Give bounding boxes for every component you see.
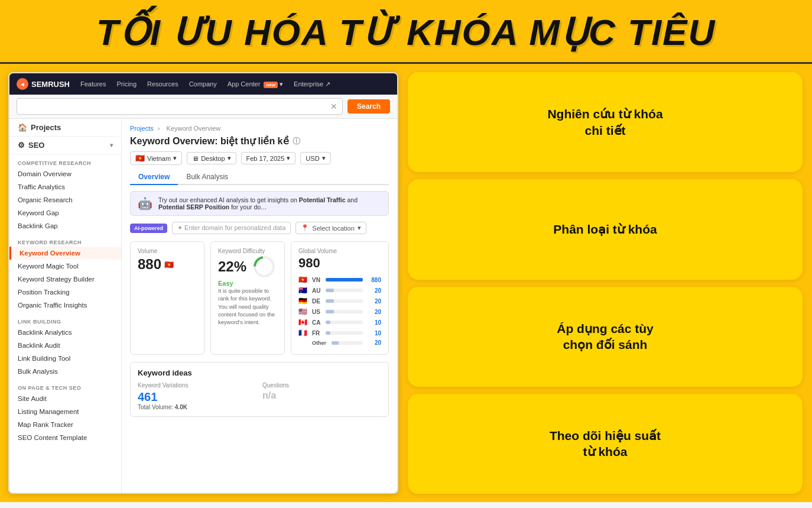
location-select-label: Select location — [312, 225, 355, 232]
country-row-vn: 🇻🇳 VN 880 — [298, 276, 381, 284]
nav-company[interactable]: Company — [189, 80, 217, 88]
right-panel: Nghiên cứu từ khóachi tiết Phân loại từ … — [408, 72, 803, 494]
sidebar-section-onpage: ON PAGE & TECH SEO Site Audit Listing Ma… — [9, 379, 121, 445]
sidebar-item-keyword-strategy[interactable]: Keyword Strategy Builder — [9, 273, 121, 286]
nav-features[interactable]: Features — [80, 80, 106, 88]
location-icon: 📍 — [301, 224, 309, 232]
volume-value: 880 🇻🇳 — [138, 256, 197, 273]
sidebar-seo[interactable]: ⚙ SEO ▾ — [9, 137, 121, 154]
main-panel: Projects › Keyword Overview Keyword Over… — [122, 119, 397, 494]
desktop-icon: 🖥 — [192, 155, 199, 162]
bar-vn — [326, 278, 363, 281]
nav-appcenter[interactable]: App Center new ▾ — [228, 80, 283, 88]
kw-variations-label: Keyword Variations — [138, 382, 256, 389]
bar-other — [332, 341, 363, 345]
sidebar-item-keyword-overview[interactable]: Keyword Overview — [9, 247, 121, 260]
kw-questions-label: Questions — [262, 382, 381, 389]
filter-device[interactable]: 🖥 Desktop ▾ — [187, 152, 236, 164]
semrush-logo-icon: ◄ — [17, 78, 28, 90]
callout-text-3: Áp dụng các tùychọn đối sánh — [557, 321, 654, 353]
country-row-au: 🇦🇺 AU 20 — [298, 286, 381, 295]
bar-us — [326, 310, 363, 313]
sidebar-item-listing-mgmt[interactable]: Listing Management — [9, 405, 121, 418]
tab-overview[interactable]: Overview — [130, 170, 178, 185]
breadcrumb-projects[interactable]: Projects — [130, 125, 154, 132]
sidebar: 🏠 Projects ⚙ SEO ▾ COMPETITIVE RESEARCH … — [9, 119, 122, 494]
chevron-icon: ▾ — [110, 142, 113, 148]
filter-currency-label: USD — [306, 155, 319, 162]
sidebar-section-link: LINK BUILDING Backlink Analytics Backlin… — [9, 313, 121, 379]
sidebar-item-traffic-analytics[interactable]: Traffic Analytics — [9, 180, 121, 193]
ai-powered-badge: AI-powered — [130, 224, 167, 233]
domain-input[interactable]: ✦ Enter domain for personalized data — [172, 222, 291, 234]
sidebar-item-backlink-gap[interactable]: Backlink Gap — [9, 219, 121, 232]
sidebar-item-keyword-magic[interactable]: Keyword Magic Tool — [9, 260, 121, 273]
country-row-ca: 🇨🇦 CA 10 — [298, 318, 381, 326]
sidebar-item-site-audit[interactable]: Site Audit — [9, 392, 121, 405]
sidebar-item-link-building[interactable]: Link Building Tool — [9, 352, 121, 365]
sidebar-projects[interactable]: 🏠 Projects — [9, 119, 121, 137]
filter-date[interactable]: Feb 17, 2025 ▾ — [241, 152, 296, 164]
country-row-fr: 🇫🇷 FR 10 — [298, 329, 381, 337]
breadcrumb-separator: › — [158, 125, 162, 132]
sidebar-item-domain-overview[interactable]: Domain Overview — [9, 167, 121, 180]
kd-card: Keyword Difficulty 22% Easy It is quite … — [210, 241, 285, 355]
tab-bulk-analysis[interactable]: Bulk Analysis — [178, 170, 236, 185]
sidebar-item-seo-content[interactable]: SEO Content Template — [9, 431, 121, 444]
filter-currency[interactable]: USD ▾ — [300, 152, 330, 164]
sidebar-projects-label: Projects — [31, 123, 61, 132]
sidebar-item-map-rank[interactable]: Map Rank Tracker — [9, 418, 121, 431]
filter-country-label: Vietnam — [147, 155, 171, 162]
sidebar-item-bulk-analysis[interactable]: Bulk Analysis — [9, 365, 121, 378]
kw-questions-count: n/a — [262, 390, 381, 401]
callout-card-2: Phân loại từ khóa — [408, 179, 803, 279]
sidebar-item-backlink-audit[interactable]: Backlink Audit — [9, 339, 121, 352]
filter-date-label: Feb 17, 2025 — [246, 155, 285, 162]
sidebar-item-organic-insights[interactable]: Organic Traffic Insights — [9, 299, 121, 312]
browser-mockup: ◄ SEMRUSH Features Pricing Resources Com… — [8, 72, 398, 494]
ai-banner: 🤖 Try out our enhanced AI analysis to ge… — [130, 191, 389, 216]
location-select[interactable]: 📍 Select location ▾ — [295, 222, 366, 234]
search-button[interactable]: Search — [347, 99, 390, 114]
callout-card-1: Nghiên cứu từ khóachi tiết — [408, 72, 803, 172]
home-icon: 🏠 — [18, 123, 27, 132]
filter-country[interactable]: 🇻🇳 Vietnam ▾ — [130, 151, 182, 165]
global-volume-label: Global Volume — [298, 248, 381, 254]
volume-flag: 🇻🇳 — [164, 260, 174, 269]
kd-percent: 22% — [218, 258, 246, 275]
sidebar-item-position-tracking[interactable]: Position Tracking — [9, 286, 121, 299]
domain-input-placeholder: ✦ Enter domain for personalized data — [177, 224, 285, 232]
country-row-de: 🇩🇪 DE 20 — [298, 297, 381, 305]
kw-variations-item: Keyword Variations 461 Total Volume: 4.0… — [138, 382, 256, 410]
nav-enterprise[interactable]: Enterprise ↗ — [294, 80, 330, 88]
ai-tools-row: AI-powered ✦ Enter domain for personaliz… — [130, 222, 389, 234]
search-clear-icon[interactable]: ✕ — [330, 102, 337, 111]
keyword-ideas-section: Keyword ideas Keyword Variations 461 Tot… — [130, 362, 389, 417]
kw-variations-total: Total Volume: 4.0K — [138, 404, 256, 410]
bar-au — [326, 289, 363, 292]
volume-card: Volume 880 🇻🇳 — [130, 241, 204, 355]
nav-resources[interactable]: Resources — [147, 80, 178, 88]
sidebar-item-backlink-analytics[interactable]: Backlink Analytics — [9, 326, 121, 339]
vietnam-flag: 🇻🇳 — [135, 154, 145, 163]
sidebar-item-organic-research[interactable]: Organic Research — [9, 193, 121, 206]
global-volume-card: Global Volume 980 🇻🇳 VN 880 🇦🇺 — [291, 241, 389, 355]
info-icon: ⓘ — [293, 136, 300, 147]
banner-title: TỐI ƯU HÓA TỪ KHÓA MỤC TIÊU — [0, 11, 812, 54]
kd-value-row: 22% — [218, 256, 277, 277]
kd-easy-label: Easy — [218, 280, 277, 287]
main-content: ◄ SEMRUSH Features Pricing Resources Com… — [0, 64, 812, 502]
sidebar-section-competitive: COMPETITIVE RESEARCH Domain Overview Tra… — [9, 154, 121, 234]
search-input-wrap[interactable]: biệt thự liền kề ✕ — [17, 98, 343, 115]
nav-badge: new — [264, 82, 278, 88]
search-bar-row: biệt thự liền kề ✕ Search — [9, 95, 397, 119]
filter-row: 🇻🇳 Vietnam ▾ 🖥 Desktop ▾ Feb 17, 2025 ▾ … — [130, 151, 389, 165]
sidebar-item-keyword-gap[interactable]: Keyword Gap — [9, 206, 121, 219]
nav-pricing[interactable]: Pricing — [116, 80, 137, 88]
kd-description: It is quite possible to rank for this ke… — [218, 287, 277, 326]
search-input[interactable]: biệt thự liền kề — [22, 102, 330, 111]
callout-text-1: Nghiên cứu từ khóachi tiết — [547, 106, 662, 138]
global-volume-value: 980 — [298, 255, 381, 271]
breadcrumb-current: Keyword Overview — [167, 125, 221, 132]
semrush-navbar: ◄ SEMRUSH Features Pricing Resources Com… — [9, 73, 397, 95]
